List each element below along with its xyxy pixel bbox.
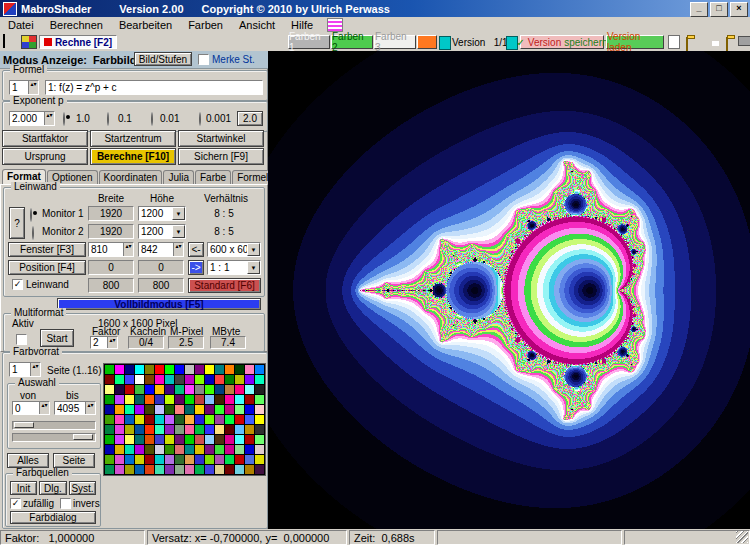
palette-cell[interactable] <box>115 425 124 434</box>
farben3-button[interactable]: Farben 3 <box>374 35 416 49</box>
palette-cell[interactable] <box>155 405 164 414</box>
palette-cell[interactable] <box>195 385 204 394</box>
palette-cell[interactable] <box>165 375 174 384</box>
palette-cell[interactable] <box>125 445 134 454</box>
palette-cell[interactable] <box>115 415 124 424</box>
palette-cell[interactable] <box>115 365 124 374</box>
palette-cell[interactable] <box>205 405 214 414</box>
von-slider[interactable] <box>12 421 96 430</box>
palette-cell[interactable] <box>185 415 194 424</box>
chevron-down-icon[interactable]: ▼ <box>172 207 185 220</box>
chevron-down-icon[interactable]: ▼ <box>247 261 260 274</box>
fenster-hoehe-spinner[interactable]: 842 ▴▾ <box>138 242 184 257</box>
palette-cell[interactable] <box>145 375 154 384</box>
palette-cell[interactable] <box>195 465 204 474</box>
palette-cell[interactable] <box>235 415 244 424</box>
palette-cell[interactable] <box>255 395 264 404</box>
palette-cell[interactable] <box>215 395 224 404</box>
palette-cell[interactable] <box>175 445 184 454</box>
menu-item-hilfe[interactable]: Hilfe <box>283 18 321 32</box>
palette-cell[interactable] <box>195 435 204 444</box>
menu-item-berechnen[interactable]: Berechnen <box>42 18 111 32</box>
palette-cell[interactable] <box>225 375 234 384</box>
palette-cell[interactable] <box>255 465 264 474</box>
palette-cell[interactable] <box>245 465 254 474</box>
palette-cell[interactable] <box>205 435 214 444</box>
palette-cell[interactable] <box>195 425 204 434</box>
position-button[interactable]: Position [F4] <box>8 260 86 275</box>
palette-cell[interactable] <box>225 465 234 474</box>
palette-cell[interactable] <box>125 435 134 444</box>
palette-cell[interactable] <box>245 405 254 414</box>
monitor1-hoehe-combo[interactable]: 1200 ▼ <box>138 206 186 221</box>
palette-cell[interactable] <box>165 455 174 464</box>
palette-cell[interactable] <box>225 395 234 404</box>
palette-cell[interactable] <box>205 415 214 424</box>
farbdialog-button[interactable]: Farbdialog <box>10 511 96 524</box>
spinner-buttons-icon[interactable]: ▴▾ <box>30 363 40 376</box>
palette-cell[interactable] <box>255 425 264 434</box>
palette-cell[interactable] <box>115 465 124 474</box>
exponent-reset-button[interactable]: 2.0 <box>237 111 263 126</box>
palette-cell[interactable] <box>175 395 184 404</box>
palette-cell[interactable] <box>185 385 194 394</box>
palette-cell[interactable] <box>155 365 164 374</box>
palette-cell[interactable] <box>225 425 234 434</box>
spinner-buttons-icon[interactable]: ▴▾ <box>107 337 117 348</box>
palette-cell[interactable] <box>105 385 114 394</box>
palette-cell[interactable] <box>255 445 264 454</box>
palette-cell[interactable] <box>125 375 134 384</box>
palette-cell[interactable] <box>135 425 144 434</box>
palette-cell[interactable] <box>235 425 244 434</box>
palette-cell[interactable] <box>175 415 184 424</box>
merke-checkbox[interactable] <box>198 54 209 65</box>
palette-cell[interactable] <box>245 395 254 404</box>
formel-index-spinner[interactable]: 1 ▴▾ <box>9 80 39 95</box>
spinner-buttons-icon[interactable]: ▴▾ <box>44 112 54 125</box>
tab-koordinaten[interactable]: Koordinaten <box>99 170 163 184</box>
palette-cell[interactable] <box>255 415 264 424</box>
palette-icon[interactable] <box>21 35 37 49</box>
palette-cell[interactable] <box>185 465 194 474</box>
palette-cell[interactable] <box>225 455 234 464</box>
standard-button[interactable]: Standard [F6] <box>188 278 261 293</box>
palette-cell[interactable] <box>105 375 114 384</box>
palette-cell[interactable] <box>125 455 134 464</box>
palette-cell[interactable] <box>245 365 254 374</box>
folder-open-icon[interactable] <box>686 37 688 51</box>
palette-cell[interactable] <box>105 455 114 464</box>
monitor2-hoehe-combo[interactable]: 1200 ▼ <box>138 224 186 239</box>
palette-cell[interactable] <box>125 465 134 474</box>
palette-cell[interactable] <box>235 435 244 444</box>
palette-cell[interactable] <box>145 425 154 434</box>
bis-slider-thumb[interactable] <box>73 434 93 440</box>
farben-palette-icon[interactable] <box>327 18 343 32</box>
palette-cell[interactable] <box>165 465 174 474</box>
palette-cell[interactable] <box>185 405 194 414</box>
palette-cell[interactable] <box>205 455 214 464</box>
von-spinner[interactable]: 0 ▴▾ <box>12 401 50 415</box>
palette-cell[interactable] <box>115 395 124 404</box>
palette-cell[interactable] <box>235 365 244 374</box>
palette-cell[interactable] <box>125 395 134 404</box>
palette-cell[interactable] <box>215 435 224 444</box>
palette-cell[interactable] <box>135 435 144 444</box>
palette-cell[interactable] <box>185 455 194 464</box>
window-icon[interactable] <box>3 34 5 48</box>
palette-cell[interactable] <box>215 385 224 394</box>
palette-cell[interactable] <box>125 365 134 374</box>
palette-cell[interactable] <box>255 365 264 374</box>
palette-cell[interactable] <box>175 385 184 394</box>
bis-spinner[interactable]: 4095 ▴▾ <box>54 401 96 415</box>
palette-cell[interactable] <box>115 445 124 454</box>
palette-cell[interactable] <box>235 445 244 454</box>
exp-radio-1[interactable] <box>63 112 65 126</box>
palette-cell[interactable] <box>215 465 224 474</box>
palette-cell[interactable] <box>145 415 154 424</box>
rechne-button[interactable]: Rechne [F2] <box>39 35 117 49</box>
palette-cell[interactable] <box>115 375 124 384</box>
palette-cell[interactable] <box>205 395 214 404</box>
palette-cell[interactable] <box>195 375 204 384</box>
palette-cell[interactable] <box>105 415 114 424</box>
startfaktor-button[interactable]: Startfaktor <box>2 130 88 147</box>
